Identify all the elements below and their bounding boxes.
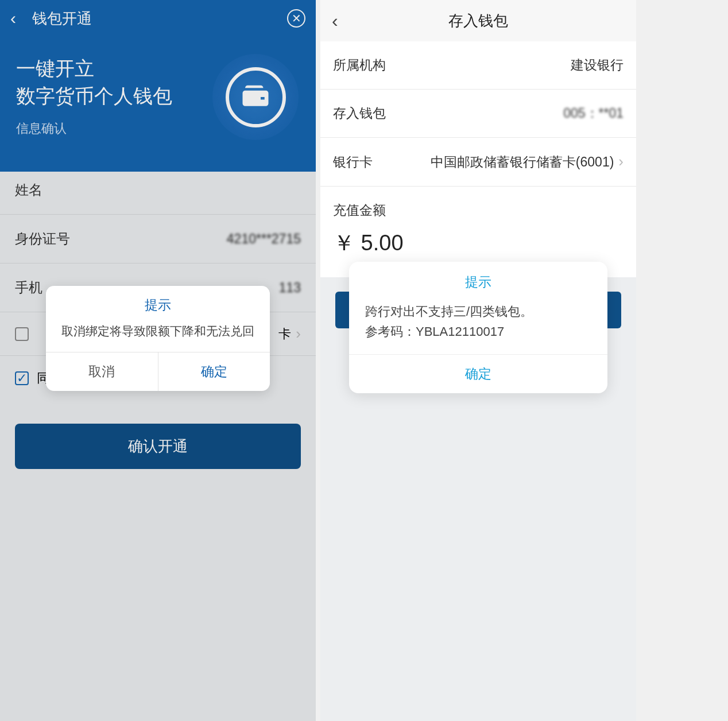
screen-wallet-open: ‹ 钱包开通 ✕ 一键开立 数字货币个人钱包 信息确认 姓名 身份证号 4210… — [0, 0, 316, 721]
dialog-line1: 跨行对出不支持三/四类钱包。 — [365, 301, 591, 321]
ref-code: YBLA12110017 — [416, 324, 504, 339]
card-value: 中国邮政储蓄银行储蓄卡(6001) — [431, 153, 624, 171]
dialog: 提示 跨行对出不支持三/四类钱包。 参考码：YBLA12110017 确定 — [349, 262, 607, 393]
dialog-title: 提示 — [46, 286, 270, 320]
dialog-body: 跨行对出不支持三/四类钱包。 参考码：YBLA12110017 — [349, 298, 607, 354]
wallet-value: 005：**01 — [563, 104, 624, 122]
amount-label: 充值金额 — [320, 187, 636, 224]
row-org: 所属机构 建设银行 — [320, 41, 636, 90]
dialog-cancel-button[interactable]: 取消 — [46, 352, 158, 391]
header: ‹ 存入钱包 — [320, 0, 636, 41]
screen-deposit-wallet: ‹ 存入钱包 所属机构 建设银行 存入钱包 005：**01 银行卡 中国邮政储… — [320, 0, 636, 721]
dialog-ok-button[interactable]: 确定 — [158, 352, 270, 391]
ref-label: 参考码： — [365, 324, 416, 339]
card-label: 银行卡 — [333, 153, 373, 171]
dialog-message: 取消绑定将导致限额下降和无法兑回 — [46, 320, 270, 352]
header-title: 存入钱包 — [355, 11, 602, 31]
row-wallet[interactable]: 存入钱包 005：**01 — [320, 90, 636, 138]
wallet-label: 存入钱包 — [333, 104, 386, 122]
dialog: 提示 取消绑定将导致限额下降和无法兑回 取消 确定 — [46, 286, 270, 391]
row-bankcard[interactable]: 银行卡 中国邮政储蓄银行储蓄卡(6001) — [320, 138, 636, 187]
back-icon[interactable]: ‹ — [332, 10, 355, 32]
info-list: 所属机构 建设银行 存入钱包 005：**01 银行卡 中国邮政储蓄银行储蓄卡(… — [320, 41, 636, 187]
dialog-ok-button[interactable]: 确定 — [349, 354, 607, 393]
dialog-title: 提示 — [349, 262, 607, 298]
org-label: 所属机构 — [333, 56, 386, 74]
org-value: 建设银行 — [571, 56, 624, 74]
dialog-line2: 参考码：YBLA12110017 — [365, 321, 591, 342]
